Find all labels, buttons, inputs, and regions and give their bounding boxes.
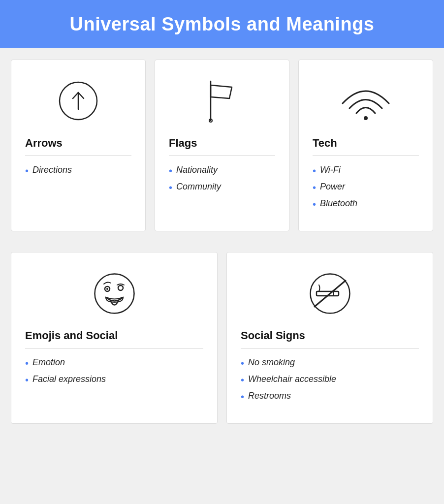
arrows-title: Arrows (25, 137, 131, 150)
tech-item-2: Power (313, 182, 419, 193)
flags-item-2: Community (169, 182, 275, 193)
arrows-list: Directions (25, 165, 131, 182)
tech-icon-area (313, 74, 419, 128)
svg-line-14 (315, 281, 346, 307)
svg-line-2 (73, 93, 78, 98)
flags-icon (200, 76, 244, 126)
card-social-signs: Social Signs No smoking Wheelchair acces… (226, 252, 433, 424)
page-title: Universal Symbols and Meanings (15, 14, 429, 35)
card-emojis: Emojis and Social Emotion Facial express… (11, 252, 218, 424)
social-signs-icon-area (241, 266, 419, 320)
flags-list: Nationality Community (169, 165, 275, 198)
emojis-item-1: Emotion (25, 357, 203, 369)
arrows-divider (25, 156, 131, 156)
social-signs-item-3: Restrooms (241, 391, 419, 403)
emojis-item-2: Facial expressions (25, 374, 203, 386)
emojis-icon (91, 270, 138, 317)
svg-point-6 (364, 116, 368, 120)
svg-line-3 (78, 93, 84, 98)
social-signs-item-1: No smoking (241, 357, 419, 369)
emojis-title: Emojis and Social (25, 329, 203, 342)
top-grid: Arrows Directions Flags Nationality Comm… (0, 48, 444, 252)
tech-icon (339, 81, 393, 121)
tech-item-3: Bluetooth (313, 198, 419, 210)
card-flags: Flags Nationality Community (155, 60, 289, 231)
svg-point-7 (95, 274, 134, 313)
flags-title: Flags (169, 137, 275, 150)
arrows-icon-area (25, 74, 131, 128)
social-signs-item-2: Wheelchair accessible (241, 374, 419, 386)
flags-divider (169, 156, 275, 156)
tech-divider (313, 156, 419, 156)
card-tech: Tech Wi-Fi Power Bluetooth (298, 60, 433, 231)
arrows-icon (56, 79, 100, 123)
card-arrows: Arrows Directions (11, 60, 146, 231)
flags-icon-area (169, 74, 275, 128)
arrows-item-1: Directions (25, 165, 131, 177)
social-signs-title: Social Signs (241, 329, 419, 342)
tech-item-1: Wi-Fi (313, 165, 419, 177)
social-signs-icon (307, 270, 353, 317)
social-signs-list: No smoking Wheelchair accessible Restroo… (241, 357, 419, 408)
tech-title: Tech (313, 137, 419, 150)
svg-point-9 (106, 288, 108, 290)
emojis-divider (25, 348, 203, 348)
emojis-icon-area (25, 266, 203, 320)
bottom-grid: Emojis and Social Emotion Facial express… (0, 252, 444, 436)
page-header: Universal Symbols and Meanings (0, 0, 444, 48)
emojis-list: Emotion Facial expressions (25, 357, 203, 391)
flags-item-1: Nationality (169, 165, 275, 177)
tech-list: Wi-Fi Power Bluetooth (313, 165, 419, 215)
social-signs-divider (241, 348, 419, 348)
svg-point-10 (118, 285, 123, 290)
